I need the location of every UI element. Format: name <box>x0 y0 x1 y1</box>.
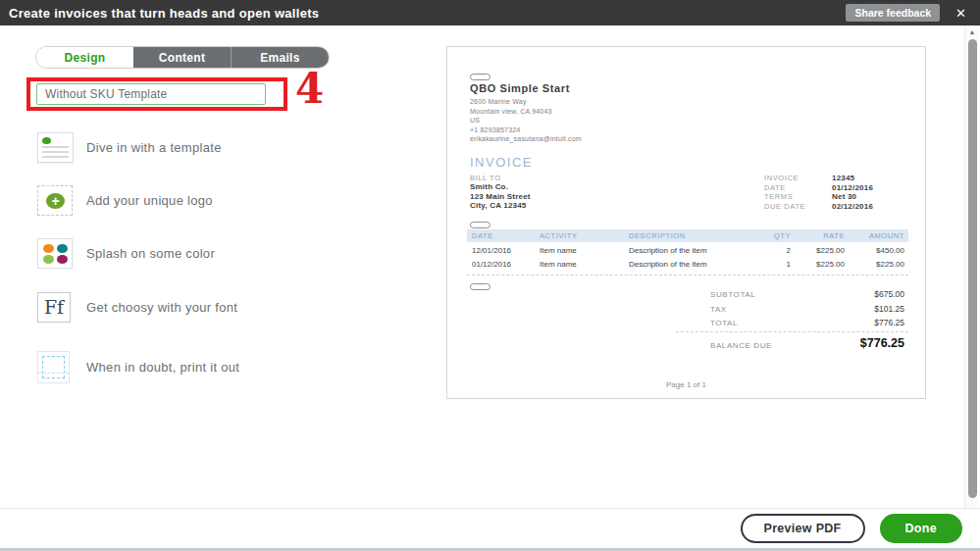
annotation-number: 4 <box>295 69 324 110</box>
color-palette-icon <box>37 238 73 269</box>
sidebar-item-font[interactable]: Ff Get choosy with your font <box>37 290 237 324</box>
section-handle <box>470 74 490 80</box>
template-icon <box>37 132 74 163</box>
sidebar-item-template[interactable]: Dive in with a template <box>37 130 222 164</box>
print-icon <box>37 351 70 383</box>
invoice-table-header: DATE ACTIVITY DESCRIPTION QTY RATE AMOUN… <box>467 229 908 242</box>
sidebar-item-label: Splash on some color <box>86 246 215 261</box>
company-name: QBO Simple Start <box>470 82 570 94</box>
scrollbar-thumb[interactable] <box>968 39 977 498</box>
share-feedback-button[interactable]: Share feedback <box>846 4 940 22</box>
company-address: 2600 Marine Way Mountain view, CA 94043 … <box>470 97 582 144</box>
template-name-input[interactable] <box>36 83 266 105</box>
sidebar-item-label: Get choosy with your font <box>86 300 237 315</box>
tab-design[interactable]: Design <box>36 47 133 68</box>
sidebar-item-logo[interactable]: + Add your unique logo <box>37 183 213 217</box>
section-handle <box>470 222 490 228</box>
dialog-footer: Preview PDF Done <box>0 509 980 548</box>
invoice-meta-values: 12345 01/12/2016 Net 30 02/12/2016 <box>832 174 873 211</box>
scroll-up-icon[interactable]: ▲ <box>965 28 979 35</box>
page-indicator: Page 1 of 1 <box>447 380 925 389</box>
done-button[interactable]: Done <box>880 514 962 543</box>
preview-pdf-button[interactable]: Preview PDF <box>741 514 865 543</box>
invoice-preview: QBO Simple Start 2600 Marine Way Mountai… <box>446 46 926 399</box>
tab-content[interactable]: Content <box>133 47 231 68</box>
table-separator <box>467 275 908 276</box>
sidebar-item-label: When in doubt, print it out <box>86 360 239 375</box>
dialog-header: Create invoices that turn heads and open… <box>0 0 980 25</box>
invoice-meta-labels: INVOICE DATE TERMS DUE DATE <box>764 174 805 211</box>
balance-due-value: $776.25 <box>771 336 904 350</box>
logo-upload-icon: + <box>37 185 73 216</box>
tab-bar: Design Content Emails <box>35 46 330 69</box>
vertical-scrollbar[interactable]: ▲ ▼ <box>964 25 978 521</box>
sidebar-item-label: Add your unique logo <box>86 193 213 208</box>
totals-separator <box>676 331 908 332</box>
section-handle <box>470 283 490 290</box>
balance-due-label: BALANCE DUE <box>710 341 772 350</box>
font-icon: Ff <box>37 292 71 323</box>
bill-to-address: Smith Co. 123 Main Street City, CA 12345 <box>470 182 531 211</box>
dialog-title: Create invoices that turn heads and open… <box>9 6 846 21</box>
sidebar-item-label: Dive in with a template <box>86 140 222 155</box>
sidebar-item-color[interactable]: Splash on some color <box>37 236 215 270</box>
close-icon[interactable]: ✕ <box>955 7 966 20</box>
sidebar-item-print[interactable]: When in doubt, print it out <box>37 350 239 383</box>
create-invoices-dialog: Create invoices that turn heads and open… <box>0 0 980 551</box>
invoice-title: INVOICE <box>470 155 533 170</box>
